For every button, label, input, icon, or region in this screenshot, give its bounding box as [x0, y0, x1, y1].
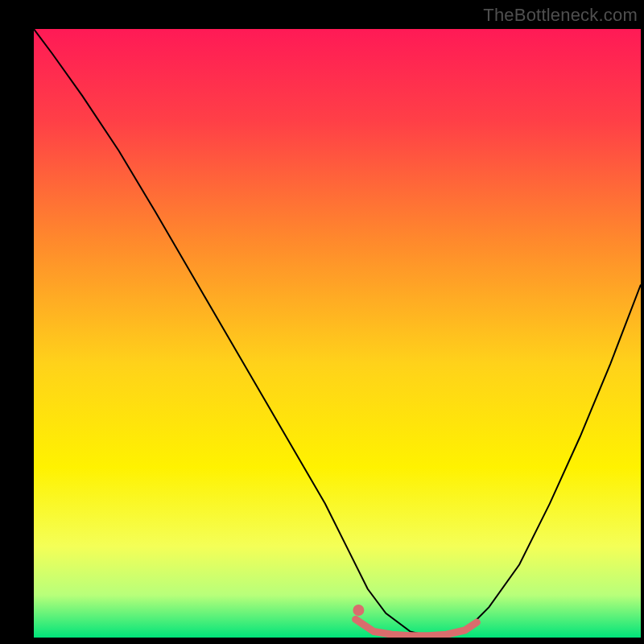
- gradient-background: [34, 29, 641, 638]
- plot-wrap: [34, 29, 641, 638]
- chart-frame: TheBottleneck.com: [0, 0, 644, 644]
- watermark-text: TheBottleneck.com: [483, 5, 638, 26]
- plot-svg: [34, 29, 641, 638]
- optimal-marker: [353, 605, 364, 616]
